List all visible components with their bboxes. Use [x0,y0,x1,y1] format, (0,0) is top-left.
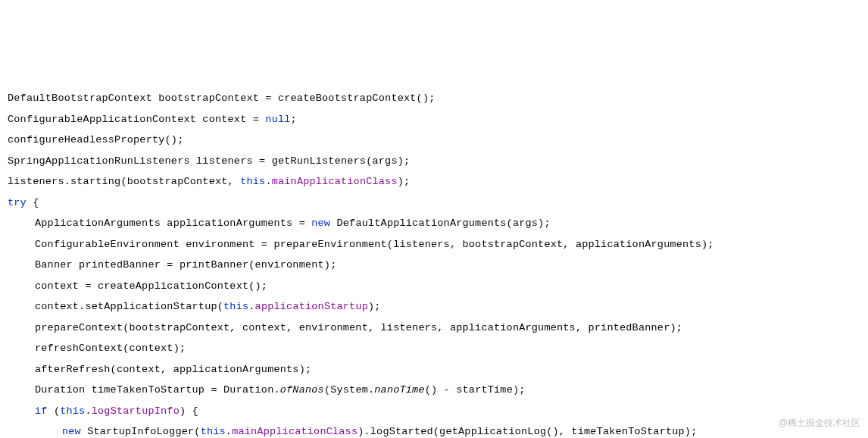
code-line: listeners.starting(bootstrapContext, thi… [8,171,860,192]
code-token: configureHeadlessProperty(); [8,134,183,145]
code-token: ConfigurableEnvironment environment = pr… [35,239,714,250]
code-line: prepareContext(bootstrapContext, context… [8,318,860,339]
code-token: DefaultApplicationArguments(args); [330,217,551,229]
code-token: logStartupInfo [92,405,180,417]
code-token: Banner printedBanner = printBanner(envir… [35,259,336,271]
code-line: refreshContext(context); [8,338,860,359]
code-line: ApplicationArguments applicationArgument… [8,213,860,234]
code-token: Duration timeTakenToStartup = Duration. [35,384,280,396]
code-token: DefaultBootstrapContext bootstrapContext… [8,92,436,104]
code-token: refreshContext(context); [35,343,186,354]
code-line: ConfigurableApplicationContext context =… [8,109,860,130]
code-token: SpringApplicationRunListeners listeners … [8,155,410,167]
code-token: mainApplicationClass [272,176,398,187]
code-token: ).logStarted(getApplicationLog(), timeTa… [358,426,697,437]
code-line: configureHeadlessProperty(); [8,130,860,151]
code-token: new [311,217,330,229]
code-line: context = createApplicationContext(); [8,276,860,297]
code-token: StartupInfoLogger( [81,426,201,437]
code-token: context = createApplicationContext(); [35,280,267,292]
code-token: this [201,426,226,437]
code-token: () - startTime); [425,384,526,396]
code-token: . [265,176,271,187]
code-line: ConfigurableEnvironment environment = pr… [8,234,860,255]
code-token: try [8,197,27,208]
code-token: afterRefresh(context, applicationArgumen… [35,364,311,375]
code-line: Duration timeTakenToStartup = Duration.o… [8,380,860,401]
code-line: context.setApplicationStartup(this.appli… [8,296,860,318]
code-token: . [85,405,91,417]
code-token: { [27,197,39,208]
code-token: null [265,114,290,125]
code-line: if (this.logStartupInfo) { [8,401,860,422]
code-line: try { [8,192,860,214]
code-token: ); [398,176,411,187]
code-token: listeners.starting(bootstrapContext, [8,176,240,187]
watermark: @稀土掘金技术社区 [779,413,860,434]
code-token: ( [48,405,61,417]
code-token: if [35,405,48,417]
code-token: prepareContext(bootstrapContext, context… [35,322,682,333]
code-token: context.setApplicationStartup( [35,301,223,312]
code-token: ; [291,114,297,125]
code-token: applicationStartup [255,301,368,312]
code-token: nanoTime [374,384,424,396]
code-token: . [248,301,254,312]
code-block: DefaultBootstrapContext bootstrapContext… [8,88,860,438]
code-line: new StartupInfoLogger(this.mainApplicati… [8,421,860,438]
code-token: this [240,176,265,187]
code-token: this [60,405,85,417]
code-line: Banner printedBanner = printBanner(envir… [8,255,860,276]
code-token: ApplicationArguments applicationArgument… [35,217,311,229]
code-token: this [223,301,248,312]
code-token: ); [368,301,381,312]
code-token: ) { [180,405,198,417]
code-line: SpringApplicationRunListeners listeners … [8,151,860,172]
code-line: DefaultBootstrapContext bootstrapContext… [8,88,860,109]
code-token: ConfigurableApplicationContext context = [8,114,265,125]
code-token: (System. [324,384,374,396]
code-line: afterRefresh(context, applicationArgumen… [8,359,860,380]
code-token: . [226,426,232,437]
code-token: new [62,426,81,437]
code-token: ofNanos [280,384,324,396]
code-token: mainApplicationClass [232,426,358,437]
